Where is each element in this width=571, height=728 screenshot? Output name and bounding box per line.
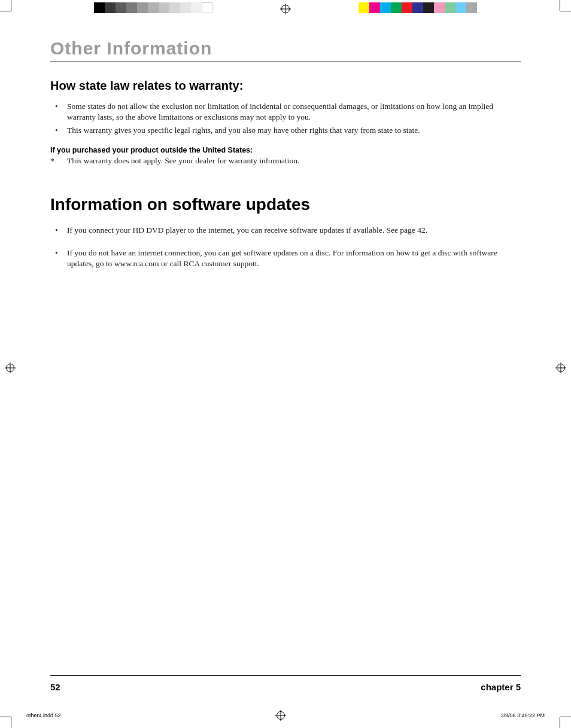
crop-mark-top-left (0, 0, 18, 18)
updates-bullet-list: If you connect your HD DVD player to the… (50, 225, 521, 282)
list-item: Some states do not allow the exclusion n… (50, 101, 521, 123)
swatch (434, 2, 445, 13)
swatch (116, 2, 126, 13)
registration-mark-left (5, 363, 16, 373)
swatch (412, 2, 423, 13)
crop-mark-bottom-right (553, 710, 571, 728)
swatch (466, 2, 477, 13)
print-registration-top (0, 0, 571, 17)
print-registration-bottom (0, 711, 571, 728)
swatch (423, 2, 434, 13)
swatch (202, 2, 212, 13)
swatch (94, 2, 105, 13)
swatch (359, 2, 369, 13)
swatch (159, 2, 169, 13)
swatch (191, 2, 202, 13)
outside-us-note: This warranty does not apply. See your d… (50, 156, 521, 166)
list-item: This warranty gives you specific legal r… (50, 125, 521, 136)
list-item: If you do not have an internet connectio… (50, 248, 521, 269)
page-content: Other Information How state law relates … (18, 17, 553, 704)
crop-mark-bottom-left (0, 710, 18, 728)
section-title: Other Information (50, 38, 521, 62)
updates-heading: Information on software updates (50, 195, 521, 214)
page-footer: 52 chapter 5 (50, 675, 521, 692)
grayscale-colorbar (94, 2, 212, 13)
page-number: 52 (50, 682, 60, 692)
swatch (180, 2, 191, 13)
swatch (169, 2, 180, 13)
chapter-label: chapter 5 (481, 682, 521, 692)
list-item: If you connect your HD DVD player to the… (50, 225, 521, 236)
warranty-bullet-list: Some states do not allow the exclusion n… (50, 101, 521, 139)
swatch (137, 2, 148, 13)
process-colorbar (359, 2, 477, 13)
swatch (380, 2, 391, 13)
registration-mark-right (555, 363, 566, 373)
crop-mark-top-right (553, 0, 571, 18)
swatch (369, 2, 380, 13)
swatch (391, 2, 402, 13)
swatch (105, 2, 116, 13)
registration-mark-top (280, 4, 291, 14)
outside-us-label: If you purchased your product outside th… (50, 146, 521, 154)
warranty-heading: How state law relates to warranty: (50, 79, 521, 93)
swatch (445, 2, 455, 13)
swatch (126, 2, 137, 13)
swatch (455, 2, 466, 13)
swatch (148, 2, 159, 13)
swatch (402, 2, 412, 13)
